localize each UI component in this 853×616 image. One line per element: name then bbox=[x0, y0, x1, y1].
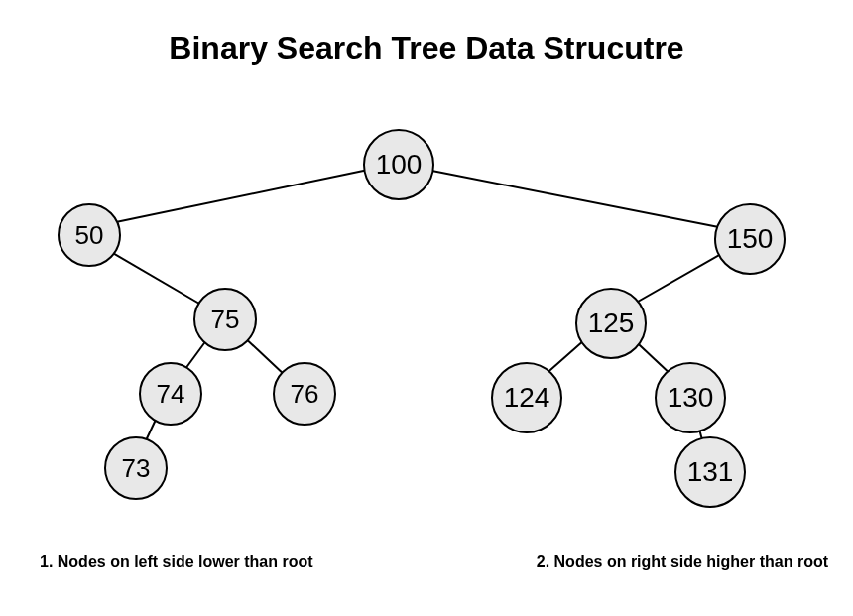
tree-node-125: 125 bbox=[575, 288, 647, 359]
page-title: Binary Search Tree Data Strucutre bbox=[0, 30, 853, 66]
tree-node-75: 75 bbox=[193, 288, 257, 351]
caption-left: 1. Nodes on left side lower than root bbox=[40, 554, 313, 571]
tree-node-50: 50 bbox=[58, 203, 121, 267]
tree-node-131: 131 bbox=[674, 436, 746, 508]
tree-node-root: 100 bbox=[363, 129, 434, 200]
bst-diagram: 100 50 150 75 125 74 76 124 130 73 131 bbox=[0, 99, 853, 496]
caption-right: 2. Nodes on right side higher than root bbox=[537, 554, 828, 571]
tree-node-150: 150 bbox=[714, 203, 786, 275]
tree-node-73: 73 bbox=[104, 436, 168, 500]
svg-line-1 bbox=[397, 164, 749, 233]
tree-node-74: 74 bbox=[139, 362, 202, 426]
svg-line-0 bbox=[87, 164, 397, 228]
tree-node-130: 130 bbox=[655, 362, 726, 433]
tree-node-124: 124 bbox=[491, 362, 562, 433]
tree-node-76: 76 bbox=[273, 362, 336, 426]
